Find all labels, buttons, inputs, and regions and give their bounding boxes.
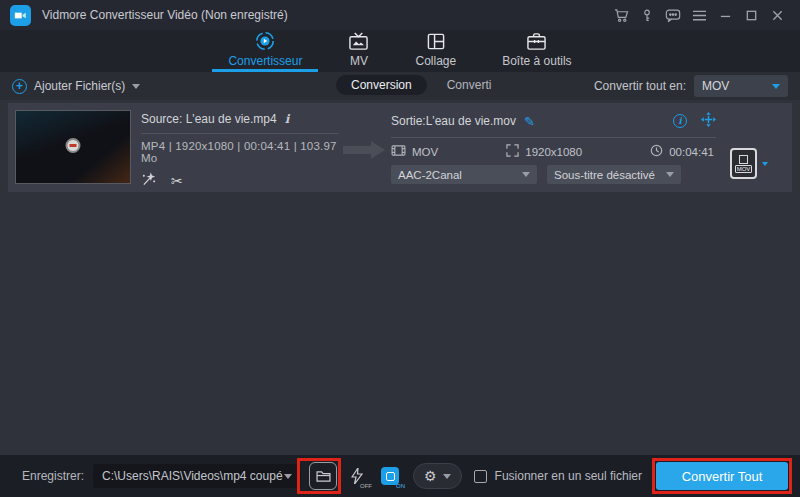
chevron-down-icon [522,172,530,177]
converter-icon [255,33,275,51]
cart-icon[interactable] [608,2,634,28]
film-icon [391,145,406,158]
toolbar: + Ajouter Fichier(s) Conversion Converti… [0,72,800,100]
merge-checkbox[interactable] [474,470,487,483]
divider [391,137,716,138]
output-duration: 00:04:41 [669,146,714,158]
clock-icon [650,144,663,159]
chevron-down-icon[interactable] [132,84,140,89]
save-label: Enregistrer: [22,469,84,483]
convert-all-label: Convertir tout en: [594,79,686,93]
format-profile-button[interactable]: MOV [730,148,757,179]
add-files-label: Ajouter Fichier(s) [34,79,125,93]
tab-convertisseur[interactable]: Convertisseur [218,30,312,72]
subtitle-select[interactable]: Sous-titre désactivé [547,165,681,184]
merge-group: Fusionner en un seul fichier [474,469,642,483]
gpu-on-label: ON [396,483,405,489]
convert-all-button[interactable]: Convertir Tout [656,462,788,490]
view-switch: Conversion Converti [336,75,495,95]
source-meta: MP4 | 1920x1080 | 00:04:41 | 103.97 Mo [141,140,339,164]
convert-all-group: Convertir tout en: MOV [594,75,788,97]
profile-area: MOV [730,135,792,192]
format-frame-icon [739,155,748,164]
move-icon[interactable] [701,112,716,130]
chevron-down-icon [666,172,674,177]
open-folder-button[interactable] [309,462,337,490]
tab-boite-a-outils[interactable]: Boîte à outils [492,30,581,72]
video-logo-icon [66,138,81,153]
tab-conversion[interactable]: Conversion [336,75,427,95]
output-info: Sortie:L'eau de vie.mov ✎ i [391,103,716,192]
info-icon[interactable]: i [285,112,290,126]
tab-mv[interactable]: MV [338,30,379,72]
tab-label: Collage [415,54,456,68]
output-resolution: 1920x1080 [525,146,582,158]
cut-icon[interactable]: ✂ [171,174,183,188]
maximize-icon[interactable] [738,2,764,28]
merge-label: Fusionner en un seul fichier [495,469,642,483]
register-key-icon[interactable] [634,2,660,28]
app-window: Vidmore Convertisseur Vidéo (Non enregis… [0,0,800,497]
title-bar: Vidmore Convertisseur Vidéo (Non enregis… [0,0,800,30]
output-format: MOV [412,146,438,158]
add-files-button[interactable]: + Ajouter Fichier(s) [12,79,140,94]
format-profile-label: MOV [735,165,753,173]
feedback-icon[interactable] [660,2,686,28]
save-path-value: C:\Users\RAIS\Videos\mp4 coupé [102,469,283,483]
file-row[interactable]: Source: L'eau de vie.mp4 i MP4 | 1920x10… [8,103,792,192]
audio-track-select[interactable]: AAC-2Canal [391,165,537,184]
bottom-bar: Enregistrer: C:\Users\RAIS\Videos\mp4 co… [0,455,800,497]
source-info: Source: L'eau de vie.mp4 i MP4 | 1920x10… [141,103,339,192]
gpu-accel-on-button[interactable]: ON [377,462,403,490]
resolution-icon [506,144,519,159]
output-title: Sortie:L'eau de vie.mov [391,114,516,128]
open-folder-annotated [301,462,337,490]
chevron-down-icon[interactable] [284,474,292,479]
chevron-down-icon [443,474,451,479]
collage-grid-icon [426,33,446,51]
tab-label: Boîte à outils [502,54,571,68]
rename-icon[interactable]: ✎ [524,114,535,129]
settings-button[interactable]: ⚙ [413,463,462,489]
minimize-icon[interactable] [712,2,738,28]
tab-label: Convertisseur [228,54,302,68]
output-info-icon[interactable]: i [673,114,687,128]
audio-track-value: AAC-2Canal [398,169,462,181]
tv-icon [348,33,369,51]
window-title: Vidmore Convertisseur Vidéo (Non enregis… [42,8,288,22]
chevron-down-icon [772,84,780,89]
app-logo-icon [10,5,31,26]
convert-arrow-icon [341,139,387,192]
hw-off-label: OFF [360,483,372,489]
source-title: Source: L'eau de vie.mp4 [141,112,277,126]
toolbox-icon [526,33,547,51]
edit-effects-icon[interactable] [141,172,157,190]
main-nav: Convertisseur MV Collage Boîte à outils [0,30,800,72]
chevron-down-icon[interactable] [762,162,768,166]
menu-icon[interactable] [686,2,712,28]
subtitle-value: Sous-titre désactivé [554,169,655,181]
hardware-accel-off-button[interactable]: OFF [344,462,370,490]
tab-label: MV [350,54,368,68]
file-list-area: Source: L'eau de vie.mp4 i MP4 | 1920x10… [0,100,800,455]
divider [141,133,339,134]
output-format-value: MOV [702,79,729,93]
convert-all-annotated: Convertir Tout [656,462,788,490]
gear-icon: ⚙ [424,469,437,483]
video-thumbnail [15,110,131,184]
close-icon[interactable] [764,2,790,28]
plus-icon: + [12,79,27,94]
tab-collage[interactable]: Collage [405,30,466,72]
output-format-select[interactable]: MOV [694,75,788,97]
save-path-field[interactable]: C:\Users\RAIS\Videos\mp4 coupé [93,464,301,488]
tab-converti[interactable]: Converti [443,75,496,95]
